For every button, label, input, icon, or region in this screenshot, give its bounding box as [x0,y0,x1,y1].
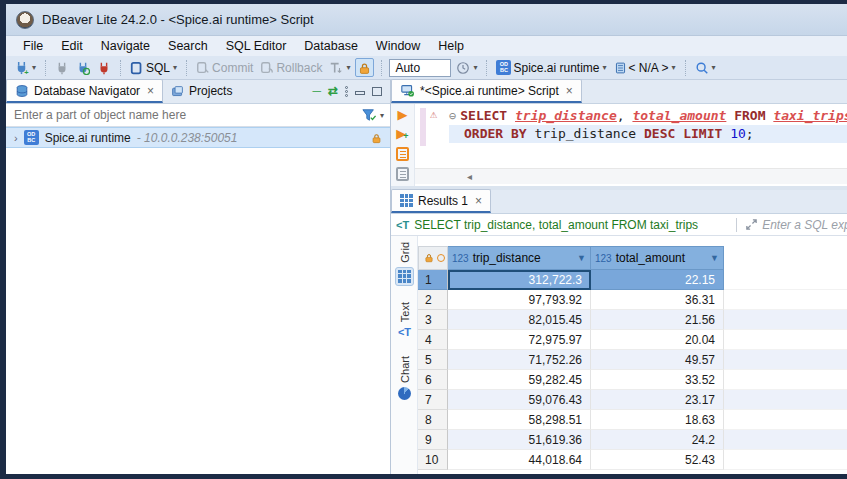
autocommit-mode-combo[interactable] [389,59,451,77]
row-number-cell[interactable]: 6 [418,370,448,390]
menu-database[interactable]: Database [295,37,367,55]
tab-projects[interactable]: Projects [163,79,240,103]
execute-new-tab-button[interactable]: ▶+ [396,127,408,141]
row-number-cell[interactable]: 10 [418,450,448,470]
plug-new-icon: + [14,60,29,75]
text-icon: <T [398,326,411,338]
connection-tree-item[interactable]: › ODBC Spice.ai runtime - 10.0.0.238:500… [6,127,390,148]
caret-down-icon[interactable]: ▾ [473,63,477,72]
caret-down-icon[interactable]: ▾ [346,63,350,72]
expand-filter-icon[interactable] [745,218,758,231]
row-number-cell[interactable]: 7 [418,390,448,410]
collapse-all-icon[interactable]: ─ [312,84,321,98]
expression-placeholder[interactable]: Enter a SQL expression to [762,218,847,232]
cell-total-amount[interactable]: 33.52 [591,370,724,390]
cell-total-amount[interactable]: 52.43 [591,450,724,470]
cell-trip-distance[interactable]: 71,752.26 [448,350,591,370]
cell-trip-distance[interactable]: 97,793.92 [448,290,591,310]
menu-edit[interactable]: Edit [52,37,92,55]
tab-results-1[interactable]: Results 1 × [391,189,491,213]
active-schema-selector[interactable]: < N/A > ▾ [612,60,678,76]
commit-button[interactable]: Commit [194,60,255,76]
row-number-cell[interactable]: 1 [418,270,448,290]
execute-script-button[interactable] [396,147,409,161]
cell-total-amount[interactable]: 49.57 [591,350,724,370]
autocommit-lock-toggle[interactable] [355,58,374,76]
menu-window[interactable]: Window [367,37,429,55]
row-number-cell[interactable]: 2 [418,290,448,310]
disconnect-button[interactable] [95,60,113,76]
cell-trip-distance[interactable]: 44,018.64 [448,450,591,470]
sql-line-1[interactable]: ⊖SELECT trip_distance, total_amount FROM… [449,107,847,125]
view-menu-icon[interactable] [345,86,348,97]
cell-trip-distance[interactable]: 58,298.51 [448,410,591,430]
cell-trip-distance[interactable]: 51,619.36 [448,430,591,450]
sql-editor-area[interactable]: ⚠ ⊖SELECT trip_distance, total_amount FR… [415,104,847,168]
caret-down-icon[interactable]: ▾ [712,63,716,72]
close-icon[interactable]: × [475,194,482,208]
maximize-panel-icon[interactable] [372,87,382,96]
column-header-trip-distance[interactable]: 123 trip_distance ▼ [448,246,591,270]
active-connection-selector[interactable]: ODBC Spice.ai runtime ▾ [494,59,608,76]
link-with-editor-icon[interactable]: ⇄ [328,84,338,98]
caret-down-icon[interactable]: ▾ [173,63,177,72]
cell-trip-distance[interactable]: 72,975.97 [448,330,591,350]
minimize-panel-icon[interactable] [355,91,365,95]
fold-collapse-icon[interactable]: ⊖ [449,109,456,123]
cell-total-amount[interactable]: 36.31 [591,290,724,310]
close-icon[interactable]: × [147,84,154,98]
cell-trip-distance[interactable]: 312,722.3 [448,270,591,290]
grid-corner-cell[interactable] [418,246,448,270]
object-filter-input[interactable] [6,108,361,122]
search-button[interactable]: ▾ [693,60,718,76]
cell-trip-distance[interactable]: 59,076.43 [448,390,591,410]
execute-script-natively-button[interactable] [396,167,409,181]
cell-total-amount[interactable]: 20.04 [591,330,724,350]
rollback-button[interactable]: Rollback [258,60,324,76]
tab-label: Chart [399,356,411,383]
caret-down-icon[interactable]: ▾ [32,63,36,72]
connect-button[interactable] [53,60,71,76]
caret-down-icon[interactable]: ▾ [672,63,676,72]
sql-line-2[interactable]: ORDER BY trip_distance DESC LIMIT 10; [449,125,847,143]
cell-trip-distance[interactable]: 82,015.45 [448,310,591,330]
transaction-history-button[interactable]: ▾ [454,60,479,76]
menu-file[interactable]: File [14,37,52,55]
execute-statement-button[interactable]: ▶ [398,108,408,121]
row-number-cell[interactable]: 3 [418,310,448,330]
sort-dropdown-icon[interactable]: ▼ [710,253,719,263]
menu-sql-editor[interactable]: SQL Editor [217,37,296,55]
filter-funnel-icon[interactable] [361,108,377,122]
cell-total-amount[interactable]: 24.2 [591,430,724,450]
caret-down-icon[interactable]: ▾ [603,63,607,72]
rollback-icon [260,61,274,75]
caret-down-icon[interactable]: ▾ [380,111,384,120]
chevron-expand-icon[interactable]: › [14,132,18,144]
close-icon[interactable]: × [566,84,573,98]
row-number-cell[interactable]: 5 [418,350,448,370]
editor-horizontal-scrollbar[interactable]: ◂ [415,168,847,184]
cell-trip-distance[interactable]: 59,282.45 [448,370,591,390]
cell-total-amount[interactable]: 18.63 [591,410,724,430]
scroll-left-icon[interactable]: ◂ [467,171,472,182]
reconnect-button[interactable] [74,60,92,76]
row-number-cell[interactable]: 4 [418,330,448,350]
cell-total-amount[interactable]: 23.17 [591,390,724,410]
transaction-log-button[interactable]: ▾ [327,60,352,76]
new-connection-button[interactable]: + ▾ [12,59,38,76]
tab-database-navigator[interactable]: Database Navigator × [6,79,163,103]
column-header-total-amount[interactable]: 123 total_amount ▼ [591,246,724,270]
menu-search[interactable]: Search [159,37,217,55]
sql-editor-button[interactable]: SQL ▾ [128,60,179,76]
cell-total-amount[interactable]: 21.56 [591,310,724,330]
tab-grid-presentation[interactable]: Grid [391,242,418,286]
menu-help[interactable]: Help [429,37,473,55]
tab-chart-presentation[interactable]: Chart [391,356,418,400]
tab-text-presentation[interactable]: Text <T [391,302,418,338]
cell-total-amount[interactable]: 22.15 [591,270,724,290]
tab-sql-script[interactable]: *<Spice.ai runtime> Script × [391,79,582,103]
row-number-cell[interactable]: 9 [418,430,448,450]
sort-dropdown-icon[interactable]: ▼ [577,253,586,263]
row-number-cell[interactable]: 8 [418,410,448,430]
menu-navigate[interactable]: Navigate [92,37,159,55]
